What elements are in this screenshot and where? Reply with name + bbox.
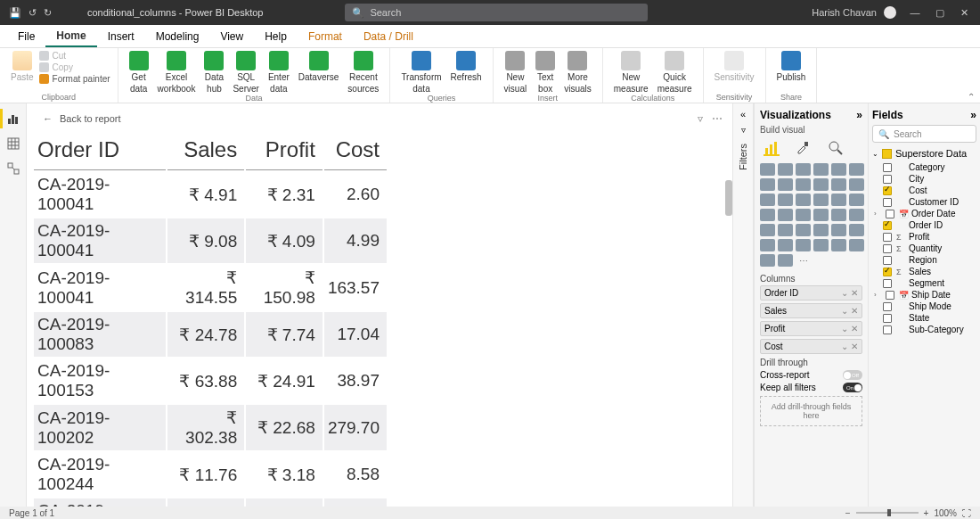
- data-table[interactable]: Order IDSalesProfitCost CA-2019-100041₹ …: [32, 132, 388, 507]
- redo-icon[interactable]: ↻: [44, 7, 52, 19]
- viz-type-icon[interactable]: [831, 209, 846, 221]
- column-header[interactable]: Sales: [167, 134, 244, 170]
- remove-field-icon[interactable]: ✕: [851, 324, 858, 334]
- field-checkbox[interactable]: [886, 291, 894, 300]
- fields-table-header[interactable]: ⌄ Superstore Data: [872, 148, 976, 159]
- maximize-button[interactable]: ▢: [934, 7, 946, 19]
- field-checkbox[interactable]: [886, 210, 894, 218]
- data-hub-button[interactable]: Datahub: [200, 51, 227, 94]
- chevron-down-icon[interactable]: ⌄: [841, 306, 848, 316]
- collapse-fields-icon[interactable]: »: [970, 109, 976, 121]
- field-item-customer-id[interactable]: Customer ID: [883, 197, 976, 207]
- viz-type-icon[interactable]: [849, 209, 864, 221]
- keep-filters-toggle[interactable]: On: [843, 383, 862, 392]
- more-visuals-button[interactable]: Morevisuals: [560, 51, 595, 94]
- viz-type-icon[interactable]: [796, 194, 811, 206]
- field-item-order-id[interactable]: Order ID: [883, 220, 976, 230]
- recent-sources-button[interactable]: Recentsources: [344, 51, 382, 94]
- remove-field-icon[interactable]: ✕: [851, 306, 858, 316]
- viz-type-icon[interactable]: [778, 239, 793, 251]
- field-well-item[interactable]: Order ID⌄✕: [760, 285, 862, 301]
- viz-type-icon[interactable]: [778, 209, 793, 221]
- paste-button[interactable]: Paste: [7, 51, 37, 84]
- tab-data-drill[interactable]: Data / Drill: [353, 25, 424, 47]
- field-checkbox[interactable]: [883, 325, 892, 334]
- chevron-down-icon[interactable]: ⌄: [841, 324, 848, 334]
- zoom-slider[interactable]: [856, 512, 919, 514]
- more-icon[interactable]: ⋯: [712, 112, 723, 125]
- chevron-down-icon[interactable]: ⌄: [841, 288, 848, 298]
- field-checkbox[interactable]: [883, 221, 892, 230]
- fields-search-input[interactable]: 🔍Search: [872, 125, 976, 143]
- transform-data-button[interactable]: Transformdata: [397, 51, 445, 94]
- viz-type-icon[interactable]: [760, 209, 775, 221]
- table-row[interactable]: CA-2019-100244₹ 11.76₹ 3.188.58: [34, 452, 387, 497]
- format-painter-button[interactable]: Format painter: [39, 74, 110, 84]
- tab-file[interactable]: File: [7, 25, 45, 47]
- drill-through-dropzone[interactable]: Add drill-through fields here: [760, 396, 862, 426]
- viz-type-icon[interactable]: [796, 224, 811, 236]
- field-checkbox[interactable]: [883, 279, 892, 288]
- tab-insert[interactable]: Insert: [97, 25, 145, 47]
- quick-measure-button[interactable]: Quickmeasure: [654, 51, 696, 94]
- viz-type-icon[interactable]: [813, 163, 829, 176]
- tab-help[interactable]: Help: [254, 25, 298, 47]
- table-row[interactable]: CA-2019-100153₹ 63.88₹ 24.9138.97: [34, 358, 387, 403]
- new-measure-button[interactable]: Newmeasure: [610, 51, 652, 94]
- zoom-out-icon[interactable]: −: [845, 508, 851, 518]
- column-header[interactable]: Profit: [246, 134, 323, 170]
- field-item-city[interactable]: City: [883, 174, 976, 184]
- text-box-button[interactable]: Textbox: [532, 51, 559, 94]
- viz-type-icon[interactable]: [813, 239, 829, 251]
- field-item-profit[interactable]: ΣProfit: [883, 232, 976, 242]
- viz-type-icon[interactable]: [796, 209, 811, 221]
- viz-type-icon[interactable]: [778, 224, 793, 236]
- field-checkbox[interactable]: [883, 186, 892, 195]
- tab-view[interactable]: View: [209, 25, 254, 47]
- zoom-in-icon[interactable]: +: [924, 508, 929, 518]
- viz-type-icon[interactable]: [849, 163, 864, 176]
- viz-type-icon[interactable]: [760, 239, 775, 251]
- tab-format[interactable]: Format: [298, 25, 353, 47]
- expand-filters-icon[interactable]: «: [740, 109, 746, 119]
- viz-type-icon[interactable]: [813, 224, 829, 236]
- viz-type-icon[interactable]: [796, 163, 811, 176]
- remove-field-icon[interactable]: ✕: [851, 288, 858, 298]
- field-checkbox[interactable]: [883, 233, 892, 242]
- field-item-category[interactable]: Category: [883, 162, 976, 172]
- data-view-icon[interactable]: [7, 137, 20, 150]
- viz-type-icon[interactable]: [831, 178, 846, 191]
- analytics-tab-icon[interactable]: [828, 140, 844, 156]
- scroll-thumb[interactable]: [725, 180, 732, 216]
- viz-type-icon[interactable]: [831, 239, 846, 251]
- model-view-icon[interactable]: [7, 162, 20, 175]
- undo-icon[interactable]: ↺: [29, 7, 37, 19]
- global-search[interactable]: 🔍 Search: [345, 4, 648, 21]
- viz-type-icon[interactable]: [831, 224, 846, 236]
- viz-type-icon[interactable]: [760, 254, 775, 267]
- viz-type-icon[interactable]: [796, 178, 811, 191]
- field-checkbox[interactable]: [883, 198, 892, 207]
- table-row[interactable]: CA-2019-100041₹ 9.08₹ 4.094.99: [34, 218, 387, 263]
- report-view-icon[interactable]: [7, 112, 20, 125]
- zoom-control[interactable]: − + 100% ⛶: [845, 508, 971, 518]
- field-checkbox[interactable]: [883, 314, 892, 323]
- viz-type-icon[interactable]: [778, 178, 793, 191]
- viz-type-icon[interactable]: [796, 239, 811, 251]
- field-checkbox[interactable]: [883, 302, 892, 311]
- field-item-sales[interactable]: ΣSales: [883, 267, 976, 276]
- field-item-quantity[interactable]: ΣQuantity: [883, 243, 976, 253]
- scrollbar-vertical[interactable]: [725, 127, 732, 507]
- field-item-region[interactable]: Region: [883, 255, 976, 265]
- viz-type-icon[interactable]: [760, 194, 775, 206]
- field-item-segment[interactable]: Segment: [883, 278, 976, 288]
- viz-type-icon[interactable]: [849, 178, 864, 191]
- get-data-button[interactable]: Getdata: [126, 51, 152, 94]
- viz-type-icon[interactable]: [813, 194, 829, 206]
- back-to-report-button[interactable]: ← Back to report: [43, 113, 120, 124]
- publish-button[interactable]: Publish: [773, 51, 810, 82]
- filters-label[interactable]: Filters: [738, 144, 748, 170]
- field-item-ship-mode[interactable]: Ship Mode: [883, 301, 976, 311]
- more-visuals-icon[interactable]: ⋯: [796, 254, 811, 267]
- table-row[interactable]: CA-2019-100041₹ 314.55₹ 150.98163.57: [34, 265, 387, 310]
